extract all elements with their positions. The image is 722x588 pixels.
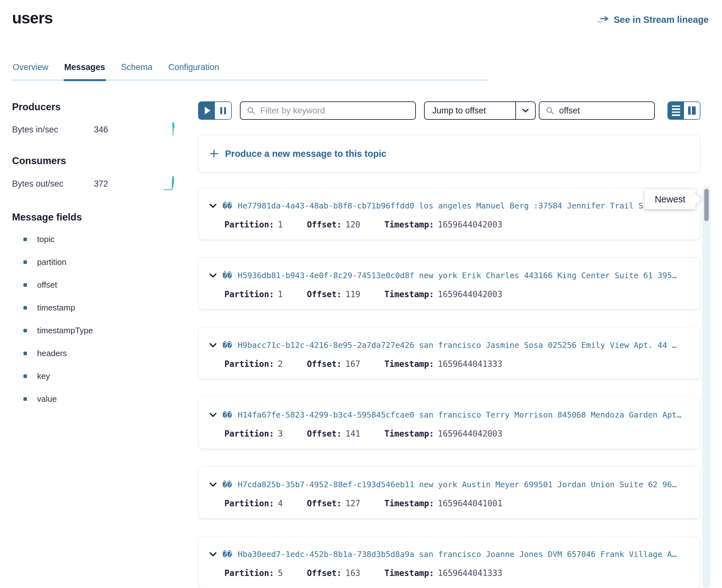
- field-label: topic: [37, 234, 55, 244]
- search-icon: [247, 106, 255, 115]
- keyword-filter-field[interactable]: [240, 101, 416, 120]
- field-label: key: [37, 371, 50, 381]
- chevron-down-icon[interactable]: [209, 413, 217, 418]
- timestamp-label: Timestamp:: [385, 568, 434, 578]
- bullet-icon: [23, 238, 27, 241]
- field-item-value[interactable]: value: [12, 394, 179, 404]
- topic-tabs: Overview Messages Schema Configuration: [12, 62, 488, 81]
- chevron-down-icon[interactable]: [209, 552, 217, 557]
- message-meta: Partition:4 Offset:127 Timestamp:1659644…: [224, 499, 689, 508]
- play-button[interactable]: [199, 102, 215, 119]
- message-meta: Partition:1 Offset:120 Timestamp:1659644…: [224, 220, 689, 229]
- messages-toolbar: Jump to offset: [198, 101, 700, 120]
- partition-label: Partition:: [224, 568, 274, 578]
- offset-value: 163: [346, 568, 360, 578]
- message-preview: H5936db81-b943-4e0f-8c29-74513e0c0d8f ne…: [238, 271, 677, 280]
- message-row[interactable]: �� H5936db81-b943-4e0f-8c29-74513e0c0d8f…: [198, 257, 700, 310]
- message-list: Newest �� He77981da-4a43-48ab-b8f8-cb71b…: [198, 188, 700, 588]
- field-item-timestamp[interactable]: timestamp: [12, 303, 179, 313]
- field-label: timestampType: [37, 326, 93, 336]
- bytes-in-metric: Bytes in/sec 346: [12, 122, 179, 138]
- search-icon: [546, 106, 554, 115]
- field-item-key[interactable]: key: [12, 371, 179, 381]
- partition-value: 4: [278, 499, 283, 508]
- bytes-in-value: 346: [94, 125, 108, 135]
- message-meta: Partition:1 Offset:119 Timestamp:1659644…: [224, 290, 689, 299]
- chevron-down-icon[interactable]: [516, 109, 535, 113]
- timestamp-label: Timestamp:: [385, 359, 434, 369]
- tab-overview[interactable]: Overview: [12, 62, 49, 79]
- offset-search-input[interactable]: [558, 105, 648, 116]
- message-row[interactable]: �� He77981da-4a43-48ab-b8f8-cb71b96ffdd0…: [198, 188, 700, 240]
- field-item-topic[interactable]: topic: [12, 234, 179, 244]
- timestamp-label: Timestamp:: [385, 499, 434, 508]
- jump-to-offset-select[interactable]: Jump to offset: [424, 101, 536, 120]
- message-preview: Hba30eed7-1edc-452b-8b1a-738d3b5d8a9a sa…: [238, 550, 677, 559]
- tab-messages[interactable]: Messages: [64, 62, 106, 79]
- message-preview: H14fa67fe-5823-4299-b3c4-595845cfcae0 sa…: [238, 410, 681, 419]
- offset-label: Offset:: [307, 220, 342, 229]
- bullet-icon: [23, 397, 27, 401]
- partition-value: 5: [278, 568, 283, 578]
- tab-configuration[interactable]: Configuration: [168, 62, 220, 79]
- produce-message-button[interactable]: Produce a new message to this topic: [198, 135, 700, 172]
- content-area: Producers Bytes in/sec 346 Consumers Byt…: [0, 101, 722, 588]
- message-fields-list: topic partition offset timestamp timesta…: [12, 234, 179, 404]
- play-icon: [205, 107, 210, 114]
- scrollbar-track[interactable]: [702, 186, 710, 588]
- offset-value: 127: [346, 499, 360, 508]
- field-item-partition[interactable]: partition: [12, 257, 179, 267]
- timestamp-value: 1659644042003: [438, 429, 502, 439]
- offset-label: Offset:: [307, 568, 342, 578]
- column-view-icon: [688, 106, 690, 115]
- stream-lineage-link[interactable]: See in Stream lineage: [598, 15, 709, 25]
- message-preview: H9bacc71c-b12c-4216-8e95-2a7da727e426 sa…: [238, 340, 677, 350]
- offset-label: Offset:: [307, 290, 342, 299]
- partition-label: Partition:: [224, 359, 274, 369]
- bullet-icon: [23, 375, 27, 378]
- partition-value: 3: [278, 429, 283, 439]
- message-row[interactable]: �� H7cda825b-35b7-4952-88ef-c193d546eb11…: [198, 466, 700, 519]
- message-row[interactable]: �� H14fa67fe-5823-4299-b3c4-595845cfcae0…: [198, 397, 700, 449]
- tab-schema[interactable]: Schema: [120, 62, 153, 79]
- offset-search-field[interactable]: [539, 101, 655, 120]
- message-meta: Partition:2 Offset:167 Timestamp:1659644…: [224, 359, 689, 369]
- message-key-glyphs: ��: [223, 271, 232, 280]
- message-key-glyphs: ��: [223, 550, 232, 559]
- message-row[interactable]: �� H9bacc71c-b12c-4216-8e95-2a7da727e426…: [198, 327, 700, 379]
- field-item-timestampType[interactable]: timestampType: [12, 326, 179, 336]
- timestamp-label: Timestamp:: [385, 429, 434, 439]
- bytes-in-label: Bytes in/sec: [12, 125, 94, 135]
- scrollbar-thumb[interactable]: [704, 189, 709, 221]
- message-row[interactable]: �� Hba30eed7-1edc-452b-8b1a-738d3b5d8a9a…: [198, 536, 700, 588]
- sidebar: Producers Bytes in/sec 346 Consumers Byt…: [12, 101, 179, 588]
- live-consume-toggle[interactable]: [198, 101, 232, 120]
- field-item-offset[interactable]: offset: [12, 280, 179, 290]
- message-key-glyphs: ��: [223, 201, 232, 210]
- timestamp-label: Timestamp:: [385, 290, 434, 299]
- field-label: value: [37, 394, 57, 404]
- page-header: users See in Stream lineage: [0, 0, 722, 27]
- offset-value: 120: [346, 220, 360, 229]
- chevron-down-icon[interactable]: [209, 273, 217, 278]
- lineage-link-label: See in Stream lineage: [614, 15, 709, 25]
- offset-label: Offset:: [307, 359, 342, 369]
- chevron-down-icon[interactable]: [209, 203, 217, 208]
- message-key-glyphs: ��: [223, 480, 232, 489]
- column-view-button[interactable]: [684, 102, 700, 119]
- keyword-filter-input[interactable]: [260, 105, 409, 116]
- bytes-out-sparkline: [163, 175, 178, 192]
- view-mode-toggle[interactable]: [667, 101, 700, 120]
- message-meta: Partition:5 Offset:163 Timestamp:1659644…: [224, 568, 689, 578]
- bullet-icon: [23, 260, 27, 264]
- chevron-down-icon[interactable]: [209, 343, 217, 348]
- field-item-headers[interactable]: headers: [12, 349, 179, 358]
- pause-icon: [220, 107, 222, 114]
- offset-label: Offset:: [307, 499, 342, 508]
- chevron-down-icon[interactable]: [209, 482, 217, 487]
- field-label: partition: [37, 257, 66, 267]
- pause-button[interactable]: [215, 102, 231, 119]
- list-view-button[interactable]: [668, 102, 684, 119]
- producers-heading: Producers: [12, 101, 179, 113]
- partition-label: Partition:: [224, 499, 274, 508]
